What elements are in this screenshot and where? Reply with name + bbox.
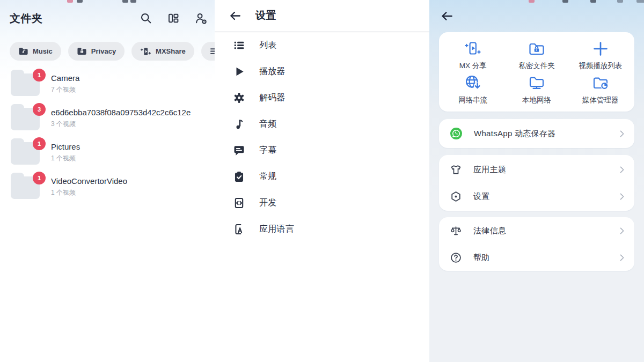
- gear-icon: [233, 92, 245, 104]
- chevron-right-icon: [617, 129, 627, 139]
- folders-header: 文件夹: [0, 8, 215, 29]
- mxshare-icon: [140, 47, 151, 56]
- local-network-icon: [527, 73, 546, 93]
- folder-text: Camera 7 个视频: [51, 73, 79, 94]
- folder-row-camera[interactable]: 1 Camera 7 个视频: [0, 67, 215, 101]
- profile-icon[interactable]: [194, 12, 207, 25]
- row-label: 应用主题: [473, 165, 617, 175]
- music-note-icon: [233, 118, 245, 130]
- row-label: 帮助: [473, 253, 617, 263]
- folder-list: 1 Camera 7 个视频 3 e6d6ebba7038f08a09753d4…: [0, 67, 215, 204]
- folder-text: VideoConvertorVideo 1 个视频: [51, 176, 127, 197]
- header-actions: [140, 12, 207, 25]
- app-language-icon: [233, 223, 245, 235]
- folder-video-count: 7 个视频: [51, 85, 79, 94]
- status-bar-remnant: [130, 0, 136, 3]
- settings-list: 列表 播放器 解码器: [215, 32, 429, 242]
- app-theme-row[interactable]: 应用主题: [439, 156, 634, 183]
- tool-mx-share[interactable]: MX 分享: [441, 38, 505, 72]
- settings-item-decoder[interactable]: 解码器: [215, 85, 429, 111]
- settings-item-label: 字幕: [259, 145, 277, 156]
- list-icon: [233, 39, 245, 51]
- tools-screen: MX 分享 私密文件夹 视频播放列表 网: [429, 0, 644, 362]
- theme-icon: [450, 164, 462, 176]
- network-stream-icon: [463, 73, 482, 93]
- tool-network-stream[interactable]: 网络串流: [441, 72, 505, 106]
- settings-title: 设置: [255, 9, 276, 23]
- private-folder-icon: [527, 39, 546, 58]
- folder-row-hash[interactable]: 3 e6d6ebba7038f08a09753d42c2c6c12e 3 个视频: [0, 101, 215, 135]
- status-bar-remnant: [529, 0, 535, 3]
- chip-video-playlist[interactable]: Video Playlist: [201, 42, 215, 61]
- back-arrow-icon[interactable]: [229, 9, 242, 23]
- folder-row-pictures[interactable]: 1 Pictures 1 个视频: [0, 135, 215, 169]
- settings-item-general[interactable]: 常规: [215, 164, 429, 190]
- appearance-card: 应用主题 设置: [439, 155, 634, 211]
- new-count-badge: 1: [33, 137, 46, 150]
- settings-item-app-language[interactable]: 应用语言: [215, 216, 429, 242]
- tool-label: 本地网络: [522, 95, 551, 105]
- settings-item-player[interactable]: 播放器: [215, 58, 429, 85]
- settings-item-subtitles[interactable]: 字幕: [215, 137, 429, 164]
- folder-icon: 1: [11, 176, 40, 199]
- folder-icon: 3: [11, 108, 40, 130]
- folder-filter-chips: Music Privacy MXShare: [10, 42, 215, 61]
- whatsapp-icon: [450, 127, 463, 140]
- chip-music[interactable]: Music: [10, 42, 61, 61]
- privacy-folder-icon: [77, 47, 87, 56]
- mx-share-icon: [463, 39, 482, 58]
- chip-mxshare[interactable]: MXShare: [131, 42, 194, 61]
- page-title: 文件夹: [10, 11, 43, 26]
- settings-item-label: 播放器: [259, 66, 286, 77]
- layout-view-icon[interactable]: [167, 12, 180, 25]
- chevron-right-icon: [617, 253, 627, 263]
- tool-local-network[interactable]: 本地网络: [505, 72, 569, 106]
- status-bar-remnant: [77, 0, 83, 3]
- settings-item-label: 解码器: [259, 92, 286, 104]
- developer-icon: [233, 197, 245, 209]
- settings-row[interactable]: 设置: [439, 183, 634, 210]
- tool-label: 视频播放列表: [579, 61, 622, 71]
- settings-item-list[interactable]: 列表: [215, 32, 429, 58]
- legal-icon: [450, 225, 462, 237]
- settings-item-label: 音频: [259, 119, 277, 130]
- folder-video-count: 3 个视频: [51, 120, 191, 129]
- tool-label: 网络串流: [458, 95, 487, 105]
- settings-item-label: 列表: [259, 40, 277, 51]
- legal-info-row[interactable]: 法律信息: [439, 217, 634, 244]
- chip-label: MXShare: [156, 47, 186, 55]
- back-arrow-icon[interactable]: [440, 9, 454, 23]
- new-count-badge: 1: [33, 69, 46, 82]
- play-icon: [233, 65, 245, 78]
- settings-nut-icon: [450, 190, 462, 203]
- add-playlist-icon: [591, 39, 610, 58]
- chevron-right-icon: [617, 226, 627, 236]
- search-icon[interactable]: [140, 12, 152, 25]
- settings-item-audio[interactable]: 音频: [215, 111, 429, 137]
- status-bar-remnant: [562, 0, 568, 3]
- new-count-badge: 1: [33, 172, 46, 184]
- subtitle-icon: [233, 144, 245, 157]
- settings-item-label: 应用语言: [259, 224, 294, 235]
- settings-item-developer[interactable]: 开发: [215, 190, 429, 216]
- chip-label: Privacy: [91, 47, 116, 55]
- info-card: 法律信息 帮助: [439, 217, 634, 271]
- tool-label: 私密文件夹: [518, 61, 555, 71]
- row-label: 设置: [473, 191, 617, 202]
- settings-item-label: 开发: [259, 197, 277, 209]
- folder-row-videoconvertor[interactable]: 1 VideoConvertorVideo 1 个视频: [0, 169, 215, 204]
- new-count-badge: 3: [33, 103, 46, 116]
- row-label: 法律信息: [473, 226, 617, 236]
- chip-privacy[interactable]: Privacy: [68, 42, 125, 61]
- status-bar-remnant: [122, 0, 128, 3]
- chip-label: Music: [33, 47, 53, 55]
- tool-private-folder[interactable]: 私密文件夹: [505, 38, 569, 72]
- tool-label: 媒体管理器: [582, 95, 619, 105]
- whatsapp-saver-row[interactable]: WhatsApp 动态保存器: [439, 119, 634, 148]
- status-bar-remnant: [67, 0, 73, 3]
- folder-text: e6d6ebba7038f08a09753d42c2c6c12e 3 个视频: [51, 108, 191, 129]
- tool-video-playlist[interactable]: 视频播放列表: [568, 38, 632, 72]
- tool-media-manager[interactable]: 媒体管理器: [568, 72, 632, 106]
- folder-name: e6d6ebba7038f08a09753d42c2c6c12e: [51, 108, 191, 117]
- help-row[interactable]: 帮助: [439, 244, 634, 271]
